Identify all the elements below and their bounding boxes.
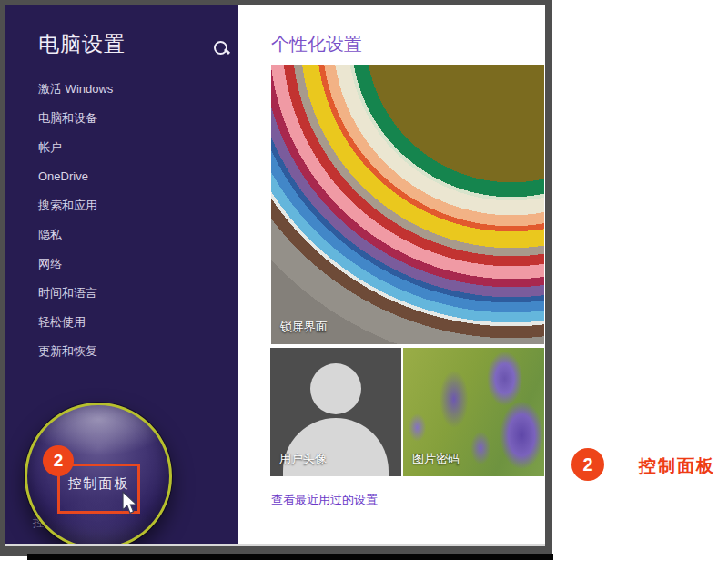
- picture-password-tile-label: 图片密码: [412, 451, 460, 467]
- legend-step-2-badge: 2: [571, 448, 604, 481]
- pc-settings-window: 电脑设置 激活 Windows电脑和设备帐户OneDrive搜索和应用隐私网络时…: [5, 5, 545, 546]
- settings-sidebar: 电脑设置 激活 Windows电脑和设备帐户OneDrive搜索和应用隐私网络时…: [5, 5, 238, 546]
- cursor-arrow-icon: [121, 491, 140, 519]
- sidebar-item[interactable]: 搜索和应用: [38, 198, 225, 227]
- picture-password-tile[interactable]: 图片密码: [403, 348, 544, 476]
- lock-screen-tile[interactable]: 锁屏界面: [271, 65, 544, 344]
- account-picture-tile[interactable]: 用户头像: [270, 348, 401, 476]
- account-picture-tile-label: 用户头像: [279, 451, 327, 467]
- sidebar-item[interactable]: 隐私: [38, 227, 225, 256]
- recent-settings-link[interactable]: 查看最近用过的设置: [271, 492, 378, 508]
- step-2-badge: 2: [43, 445, 74, 476]
- sidebar-item[interactable]: 时间和语言: [38, 285, 225, 314]
- sidebar-item[interactable]: 更新和恢复: [38, 343, 225, 372]
- screenshot-stage: 电脑设置 激活 Windows电脑和设备帐户OneDrive搜索和应用隐私网络时…: [0, 0, 728, 561]
- window-shadow: [27, 554, 553, 560]
- avatar-silhouette-body: [283, 418, 389, 476]
- pane-title: 个性化设置: [271, 32, 362, 56]
- sidebar-item[interactable]: OneDrive: [38, 168, 225, 198]
- lock-screen-tile-label: 锁屏界面: [280, 319, 328, 335]
- sidebar-item[interactable]: 轻松使用: [38, 314, 225, 343]
- sidebar-nav: 激活 Windows电脑和设备帐户OneDrive搜索和应用隐私网络时间和语言轻…: [38, 81, 225, 372]
- sidebar-item[interactable]: 激活 Windows: [38, 81, 225, 110]
- sidebar-item[interactable]: 帐户: [38, 139, 225, 168]
- cursor-icon-white: [606, 443, 637, 483]
- legend-label: 控制面板: [639, 454, 715, 478]
- search-icon[interactable]: [214, 41, 229, 56]
- sidebar-item[interactable]: 电脑和设备: [38, 110, 225, 139]
- personalize-pane: 个性化设置 锁屏界面 用户头像 图片密码 查看最近用过的设置: [238, 5, 545, 546]
- sidebar-item[interactable]: 网络: [38, 256, 225, 285]
- avatar-silhouette-head: [310, 363, 361, 414]
- sidebar-title: 电脑设置: [38, 30, 126, 58]
